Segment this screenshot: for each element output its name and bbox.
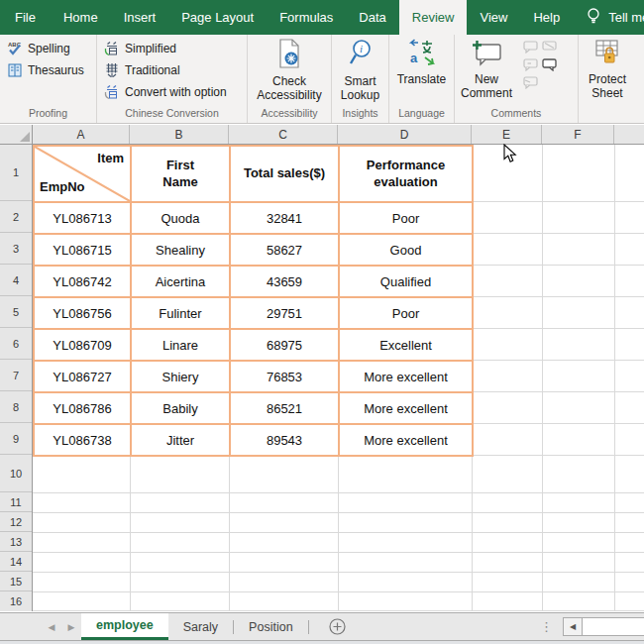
protect-workbook-button[interactable]: Protect Workbook <box>636 35 644 107</box>
cell-d6[interactable]: Excellent <box>340 330 474 362</box>
tab-review[interactable]: Review <box>399 0 468 35</box>
row-header-10[interactable]: 10 <box>0 455 32 492</box>
row-header-6[interactable]: 6 <box>0 328 32 360</box>
tab-file[interactable]: File <box>0 0 51 35</box>
show-comments-icon[interactable] <box>541 57 558 72</box>
cell-c1[interactable]: Total sales($) <box>231 147 340 203</box>
cell-b3[interactable]: Shealiny <box>132 235 231 267</box>
cell-b6[interactable]: Linare <box>132 330 231 362</box>
cell-b7[interactable]: Shiery <box>132 362 231 393</box>
sheet-tab-saraly[interactable]: Saraly <box>168 613 233 640</box>
smart-lookup-button[interactable]: i Smart Lookup <box>332 35 388 107</box>
row-header-16[interactable]: 16 <box>0 591 32 611</box>
column-header-a[interactable]: A <box>33 125 130 144</box>
cell-d9[interactable]: More excellent <box>340 425 474 457</box>
thesaurus-button[interactable]: Thesaurus <box>0 59 96 81</box>
delete-comment-icon[interactable] <box>522 40 539 54</box>
row-header-8[interactable]: 8 <box>0 391 32 423</box>
cell-c2[interactable]: 32841 <box>231 203 340 235</box>
row-header-14[interactable]: 14 <box>0 552 32 572</box>
cell-a7[interactable]: YL086727 <box>35 362 132 393</box>
group-label-chinese-conversion: Chinese Conversion <box>97 107 247 123</box>
new-comment-button[interactable]: New Comment <box>455 35 518 107</box>
tab-insert[interactable]: Insert <box>111 0 169 35</box>
column-header-g-partial[interactable] <box>614 125 644 144</box>
sheet-nav-right-icon[interactable]: ▶ <box>61 613 81 640</box>
hscroll-track[interactable] <box>583 617 644 636</box>
row-header-12[interactable]: 12 <box>0 512 32 532</box>
translate-button[interactable]: a Translate <box>389 35 454 107</box>
row-header-13[interactable]: 13 <box>0 532 32 552</box>
cell-b1[interactable]: First Name <box>132 147 231 203</box>
protect-sheet-button[interactable]: Protect Sheet <box>579 35 636 107</box>
tab-page-layout[interactable]: Page Layout <box>168 0 267 35</box>
row-header-11[interactable]: 11 <box>0 492 32 512</box>
row-header-4[interactable]: 4 <box>0 265 32 296</box>
cell-b8[interactable]: Babily <box>132 393 231 425</box>
cell-c4[interactable]: 43659 <box>231 267 340 298</box>
sheet-tab-position[interactable]: Position <box>234 613 307 640</box>
tab-help[interactable]: Help <box>520 0 573 35</box>
convert-with-option-label: Convert with option <box>125 85 227 99</box>
cell-d3[interactable]: Good <box>340 235 474 267</box>
row-header-7[interactable]: 7 <box>0 360 32 391</box>
cell-d7[interactable]: More excellent <box>340 362 474 393</box>
cell-a8[interactable]: YL086786 <box>35 393 132 425</box>
row-header-9[interactable]: 9 <box>0 423 32 455</box>
cell-c5[interactable]: 29751 <box>231 298 340 330</box>
tab-home[interactable]: Home <box>51 0 111 35</box>
add-sheet-icon[interactable] <box>323 613 353 640</box>
cell-c3[interactable]: 58627 <box>231 235 340 267</box>
simplified-button[interactable]: Simplified <box>97 38 247 59</box>
translate-label: Translate <box>397 72 447 86</box>
tab-data[interactable]: Data <box>346 0 398 35</box>
tell-me-box[interactable]: Tell me w <box>587 0 644 35</box>
cell-c8[interactable]: 86521 <box>231 393 340 425</box>
cell-a3[interactable]: YL086715 <box>35 235 132 267</box>
cell-d8[interactable]: More excellent <box>340 393 474 425</box>
column-header-b[interactable]: B <box>130 125 229 144</box>
tab-view[interactable]: View <box>467 0 520 35</box>
cell-a1[interactable]: Item EmpNo <box>35 147 132 203</box>
show-ink-icon[interactable] <box>522 75 539 90</box>
next-comment-icon[interactable] <box>522 57 539 72</box>
row-header-15[interactable]: 15 <box>0 572 32 591</box>
previous-comment-icon[interactable] <box>541 40 558 54</box>
column-header-e[interactable]: E <box>472 125 542 144</box>
check-accessibility-button[interactable]: Check Accessibility <box>248 35 331 107</box>
cell-a6[interactable]: YL086709 <box>35 330 132 362</box>
convert-with-option-button[interactable]: Convert with option <box>97 81 247 103</box>
cell-b4[interactable]: Aicertina <box>132 267 231 298</box>
cell-c9[interactable]: 89543 <box>231 425 340 457</box>
traditional-label: Traditional <box>125 63 180 77</box>
cell-a2[interactable]: YL086713 <box>35 203 132 235</box>
cell-d2[interactable]: Poor <box>340 203 474 235</box>
row-header-1[interactable]: 1 <box>0 145 32 201</box>
column-header-f[interactable]: F <box>542 125 614 144</box>
hscroll-left-icon[interactable]: ◀ <box>563 617 583 636</box>
sheet-nav-left-icon[interactable]: ◀ <box>42 613 61 640</box>
tabbar-grip-icon[interactable]: ⋮ <box>540 620 553 633</box>
column-header-c[interactable]: C <box>229 125 338 144</box>
column-header-d[interactable]: D <box>338 125 472 144</box>
cell-c7[interactable]: 76853 <box>231 362 340 393</box>
sheet-tab-employee[interactable]: employee <box>81 613 168 640</box>
select-all-corner[interactable] <box>0 125 33 144</box>
traditional-button[interactable]: Traditional <box>97 59 247 81</box>
spelling-button[interactable]: ABC Spelling <box>0 38 96 59</box>
row-header-2[interactable]: 2 <box>0 201 32 233</box>
cell-b2[interactable]: Quoda <box>132 203 231 235</box>
cell-b9[interactable]: Jitter <box>132 425 231 457</box>
cell-a4[interactable]: YL086742 <box>35 267 132 298</box>
row-header-3[interactable]: 3 <box>0 233 32 265</box>
tab-formulas[interactable]: Formulas <box>267 0 346 35</box>
row-header-5[interactable]: 5 <box>0 296 32 328</box>
cell-d1[interactable]: Performance evaluation <box>340 147 474 203</box>
cell-b5[interactable]: Fulinter <box>132 298 231 330</box>
cell-d5[interactable]: Poor <box>340 298 474 330</box>
cell-d4[interactable]: Qualified <box>340 267 474 298</box>
cell-a9[interactable]: YL086738 <box>35 425 132 457</box>
cell-a5[interactable]: YL086756 <box>35 298 132 330</box>
cell-c6[interactable]: 68975 <box>231 330 340 362</box>
cells-canvas[interactable]: Item EmpNo First Name Total sales($) Per… <box>33 145 644 611</box>
